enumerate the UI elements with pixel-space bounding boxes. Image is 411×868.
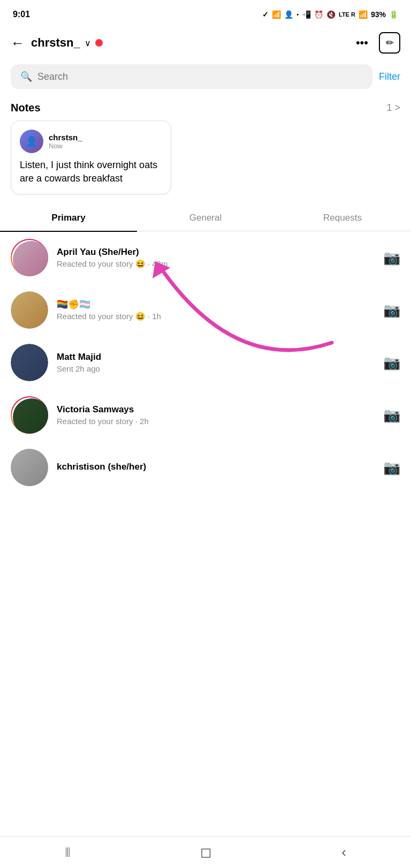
avatar-kchristison xyxy=(11,449,48,486)
message-content-kchristison: kchristison (she/her) xyxy=(57,462,375,474)
message-list: April Yau (She/Her) Reacted to your stor… xyxy=(0,231,411,494)
person-icon: 👤 xyxy=(284,10,293,19)
avatar-victoria xyxy=(11,396,48,434)
note-username: chrstsn_ xyxy=(49,133,82,142)
message-item-emoji[interactable]: 🏳️‍🌈✊🏳️‍⚧️ Reacted to your story 😆 · 1h … xyxy=(0,284,411,336)
camera-icon-victoria[interactable]: 📷 xyxy=(383,407,400,424)
edit-button[interactable] xyxy=(379,32,400,54)
note-content: Listen, I just think overnight oats are … xyxy=(20,158,162,185)
message-content-matt: Matt Majid Sent 2h ago xyxy=(57,352,375,373)
nav-back[interactable]: ‹ xyxy=(329,840,359,865)
message-content-emoji: 🏳️‍🌈✊🏳️‍⚧️ Reacted to your story 😆 · 1h xyxy=(57,299,375,321)
mute-icon: 🔇 xyxy=(326,10,336,19)
header-left: ← chrstsn_ ∨ xyxy=(11,35,103,51)
note-timestamp: Now xyxy=(49,142,82,150)
dot-icon: • xyxy=(296,12,299,18)
camera-icon-april[interactable]: 📷 xyxy=(383,250,400,266)
search-section: 🔍 Filter xyxy=(0,60,411,93)
camera-icon-matt[interactable]: 📷 xyxy=(383,354,400,371)
battery-icon: 🔋 xyxy=(389,10,398,19)
message-preview-emoji: Reacted to your story 😆 · 1h xyxy=(57,312,375,321)
camera-icon-emoji[interactable]: 📷 xyxy=(383,302,400,319)
message-name-emoji: 🏳️‍🌈✊🏳️‍⚧️ xyxy=(57,299,375,310)
tab-primary[interactable]: Primary xyxy=(0,205,137,231)
message-content-victoria: Victoria Samways Reacted to your story ·… xyxy=(57,404,375,426)
android-icon: 📲 xyxy=(302,10,311,19)
search-bar[interactable]: 🔍 xyxy=(11,64,372,89)
status-bar: 9:01 ✓ 📶 👤 • 📲 ⏰ 🔇 LTE R 📶 93% 🔋 xyxy=(0,0,411,27)
wifi-icon: 📶 xyxy=(272,10,281,19)
message-name-april: April Yau (She/Her) xyxy=(57,247,375,258)
message-item-victoria[interactable]: Victoria Samways Reacted to your story ·… xyxy=(0,389,411,441)
battery-percent: 93% xyxy=(371,10,386,19)
notes-list: 👤 chrstsn_ Now Listen, I just think over… xyxy=(0,120,411,203)
message-item-matt[interactable]: Matt Majid Sent 2h ago 📷 xyxy=(0,336,411,389)
signal-icon: 📶 xyxy=(359,10,368,19)
notes-title: Notes xyxy=(11,102,41,114)
message-name-matt: Matt Majid xyxy=(57,352,375,363)
message-name-kchristison: kchristison (she/her) xyxy=(57,462,375,472)
header: ← chrstsn_ ∨ ••• xyxy=(0,27,411,60)
header-title: chrstsn_ ∨ xyxy=(31,36,103,50)
message-content-april: April Yau (She/Her) Reacted to your stor… xyxy=(57,247,375,269)
message-preview-matt: Sent 2h ago xyxy=(57,364,375,373)
message-item-april[interactable]: April Yau (She/Her) Reacted to your stor… xyxy=(0,231,411,284)
notes-header: Notes 1 > xyxy=(0,93,411,120)
note-avatar: 👤 xyxy=(20,130,43,153)
status-time: 9:01 xyxy=(13,10,30,19)
note-user-info: 👤 chrstsn_ Now xyxy=(20,130,162,153)
avatar-matt xyxy=(11,344,48,381)
avatar-april xyxy=(11,239,48,276)
status-icons: ✓ 📶 👤 • 📲 ⏰ 🔇 LTE R 📶 93% 🔋 xyxy=(262,10,398,19)
recent-apps-icon: ⦀ xyxy=(65,844,71,861)
nav-recent-apps[interactable]: ⦀ xyxy=(52,840,83,865)
note-card[interactable]: 👤 chrstsn_ Now Listen, I just think over… xyxy=(11,120,171,194)
camera-icon-kchristison[interactable]: 📷 xyxy=(383,459,400,476)
more-options-button[interactable]: ••• xyxy=(356,36,368,50)
notes-count[interactable]: 1 > xyxy=(386,102,400,114)
chevron-down-icon[interactable]: ∨ xyxy=(85,38,91,48)
check-icon: ✓ xyxy=(262,10,269,19)
tab-general[interactable]: General xyxy=(137,205,274,231)
message-preview-april: Reacted to your story 😆 · 43m xyxy=(57,259,375,269)
note-avatar-image: 👤 xyxy=(20,130,43,153)
bottom-navigation: ⦀ ◻ ‹ xyxy=(0,836,411,868)
back-icon: ‹ xyxy=(341,844,346,861)
message-name-victoria: Victoria Samways xyxy=(57,404,375,415)
search-icon: 🔍 xyxy=(20,71,32,82)
active-dot xyxy=(95,39,103,47)
note-user-details: chrstsn_ Now xyxy=(49,133,82,150)
home-icon: ◻ xyxy=(200,844,212,861)
message-tabs: Primary General Requests xyxy=(0,205,411,231)
message-item-kchristison[interactable]: kchristison (she/her) 📷 xyxy=(0,441,411,494)
back-button[interactable]: ← xyxy=(11,35,25,51)
avatar-emoji-user xyxy=(11,291,48,329)
message-preview-victoria: Reacted to your story · 2h xyxy=(57,417,375,426)
nav-home[interactable]: ◻ xyxy=(187,840,225,865)
alarm-icon: ⏰ xyxy=(314,10,323,19)
header-right: ••• xyxy=(356,32,400,54)
filter-button[interactable]: Filter xyxy=(379,71,400,82)
header-username: chrstsn_ xyxy=(31,36,80,50)
lte-icon: LTE R xyxy=(339,11,355,18)
search-input[interactable] xyxy=(37,71,363,82)
tab-requests[interactable]: Requests xyxy=(274,205,411,231)
